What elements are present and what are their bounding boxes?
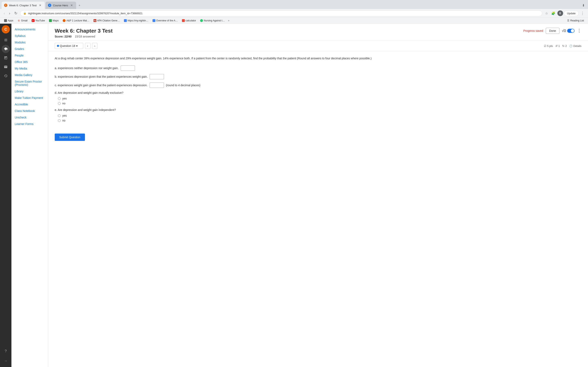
bookmark-gmail[interactable]: G Gmail <box>16 18 29 23</box>
bookmark-youtube[interactable]: ▶ YouTube <box>30 18 47 23</box>
ap1-icon <box>63 19 66 22</box>
bookmark-star-icon[interactable]: ☆ <box>544 11 549 16</box>
tab-inactive-close[interactable]: ✕ <box>70 3 74 7</box>
part-e-question: e. Are depression and weight gain indepe… <box>55 108 581 111</box>
bookmark-overview[interactable]: Overview of the A… <box>151 18 180 23</box>
tab-bar: C Week 6: Chapter 3 Test ✕ C Course Hero… <box>0 0 588 9</box>
part-a-input[interactable] <box>121 66 135 71</box>
more-options-button[interactable]: ⋮ <box>577 28 581 33</box>
bookmark-apa[interactable]: Sy APA Citation Gene… <box>92 18 121 23</box>
sidebar-item-grades[interactable]: Grades <box>11 46 48 52</box>
bookmark-apps[interactable]: Apps <box>2 18 15 23</box>
app-layout: C ⊞ ? → Announcements Syllabus Modules G… <box>0 24 588 367</box>
part-d-section: d. Are depression and weight gain mutual… <box>55 91 581 105</box>
canvas-logo[interactable]: C <box>2 25 10 33</box>
part-e-yes-radio[interactable] <box>58 114 61 117</box>
sidebar-item-modules[interactable]: Modules <box>11 39 48 46</box>
bookmark-ap1[interactable]: A&P 1 Lecture Mat… <box>61 18 91 23</box>
canvas-favicon: C <box>4 4 7 7</box>
tab-active-close[interactable]: ✕ <box>38 3 42 7</box>
sidebar-item-class-notebook[interactable]: Class Notebook <box>11 108 48 114</box>
sidebar-item-accredible[interactable]: Accredible <box>11 101 48 108</box>
sidebar-item-learner-forms[interactable]: Learner Forms <box>11 121 48 127</box>
part-d-yes-radio[interactable] <box>58 97 61 100</box>
sidebar-item-unicheck[interactable]: Unicheck <box>11 114 48 121</box>
reload-button[interactable]: ↻ <box>13 10 18 16</box>
bookmark-calculator[interactable]: calculator <box>180 18 198 23</box>
nursing-icon <box>200 19 203 22</box>
bookmark-nursing[interactable]: Nursing Against t… <box>199 18 226 23</box>
part-d-no-radio[interactable] <box>58 102 61 105</box>
sidebar-item-my-media[interactable]: My Media <box>11 65 48 72</box>
sidebar-item-announcements[interactable]: Announcements <box>11 26 48 33</box>
clock-icon: 🕐 <box>569 44 572 48</box>
details-action[interactable]: 🕐 Details <box>569 44 581 48</box>
url-bar[interactable]: 🔒 nightingale.instructure.com/courses/33… <box>20 10 542 16</box>
canvas-nav: C ⊞ ? → <box>0 24 11 367</box>
sidebar-item-media-gallery[interactable]: Media Gallery <box>11 72 48 78</box>
prev-question-button[interactable]: ‹ <box>85 43 90 49</box>
lock-icon: 🔒 <box>23 12 26 15</box>
dashboard-nav-btn[interactable]: ⊞ <box>2 36 10 44</box>
back-button[interactable]: ‹ <box>2 10 6 16</box>
sidebar-item-syllabus[interactable]: Syllabus <box>11 33 48 39</box>
course-sidebar: Announcements Syllabus Modules Grades Pe… <box>11 24 48 367</box>
part-a-text: a. experiences neither depression nor we… <box>55 67 119 70</box>
part-e-options: yes no <box>58 114 581 122</box>
sidebar-item-people[interactable]: People <box>11 52 48 59</box>
submit-question-button[interactable]: Submit Question <box>55 133 85 141</box>
address-actions: ☆ 🧩 E Update ⋮ <box>544 10 586 16</box>
help-nav-btn[interactable]: ? <box>2 347 10 355</box>
quiz-answered: 15/18 answered <box>75 35 95 38</box>
done-button[interactable]: Done <box>546 28 559 34</box>
tab-active[interactable]: C Week 6: Chapter 3 Test ✕ <box>2 2 45 9</box>
redo-action[interactable]: ↻ 2 <box>562 44 567 48</box>
calculator-toggle[interactable] <box>567 29 575 33</box>
profile-button[interactable]: E <box>557 10 563 16</box>
part-d-yes-label: yes <box>62 97 67 100</box>
part-c-input[interactable] <box>150 83 164 88</box>
courses-nav-btn[interactable] <box>2 45 10 53</box>
part-c-suffix: (round to 4 decimal places) <box>166 83 200 87</box>
part-d-question: d. Are depression and weight gain mutual… <box>55 91 581 94</box>
tab-inactive[interactable]: C Course Hero ✕ <box>45 2 76 9</box>
sidebar-item-library[interactable]: Library <box>11 88 48 95</box>
sidebar-item-make-tuition[interactable]: Make Tuition Payment <box>11 95 48 101</box>
bookmark-nightin[interactable]: https://my.nightin… <box>122 18 150 23</box>
part-c-text: c. experiences weight gain given that th… <box>55 83 148 87</box>
ap1-label: A&P 1 Lecture Mat… <box>66 19 89 22</box>
part-e-yes-option[interactable]: yes <box>58 114 581 117</box>
question-select[interactable]: Question 18 ▾ <box>55 43 83 49</box>
reading-list-icon: ☰ <box>567 19 570 22</box>
reading-list-button[interactable]: ☰ Reading List <box>566 18 586 23</box>
sqrt-symbol: √0 <box>562 29 566 33</box>
part-b-input[interactable] <box>150 74 164 79</box>
part-e-yes-label: yes <box>62 114 67 117</box>
tab-active-title: Week 6: Chapter 3 Test <box>9 4 36 7</box>
quiz-meta: Score: 22/40 15/18 answered <box>55 35 113 38</box>
bookmark-maps[interactable]: Maps <box>47 18 60 23</box>
collapse-sidebar-btn[interactable]: → <box>2 357 10 365</box>
chrome-menu-button[interactable]: ⋮ <box>579 10 586 16</box>
pts-label: 5 pts <box>547 44 553 48</box>
sidebar-item-office365[interactable]: Office 365 <box>11 59 48 65</box>
update-button[interactable]: Update <box>564 11 579 16</box>
forward-button[interactable]: › <box>8 10 11 16</box>
maps-icon <box>49 19 52 22</box>
part-d-yes-option[interactable]: yes <box>58 97 581 100</box>
sidebar-item-secure-exam[interactable]: Secure Exam Proctor (Proctorio) <box>11 78 48 88</box>
history-nav-btn[interactable] <box>2 72 10 80</box>
undo-action[interactable]: ↺ 1 <box>555 44 560 48</box>
part-e-no-label: no <box>62 119 66 122</box>
new-tab-button[interactable]: + <box>77 2 82 8</box>
inbox-nav-btn[interactable] <box>2 63 10 71</box>
part-e-no-radio[interactable] <box>58 119 61 122</box>
attempts-total: 2 <box>565 44 567 48</box>
extensions-icon[interactable]: 🧩 <box>550 11 557 16</box>
part-d-no-option[interactable]: no <box>58 102 581 105</box>
quiz-score: Score: 22/40 <box>55 35 72 38</box>
nightin-label: https://my.nightin… <box>128 19 148 22</box>
calendar-nav-btn[interactable] <box>2 54 10 62</box>
next-question-button[interactable]: › <box>92 43 98 49</box>
part-e-no-option[interactable]: no <box>58 119 581 122</box>
